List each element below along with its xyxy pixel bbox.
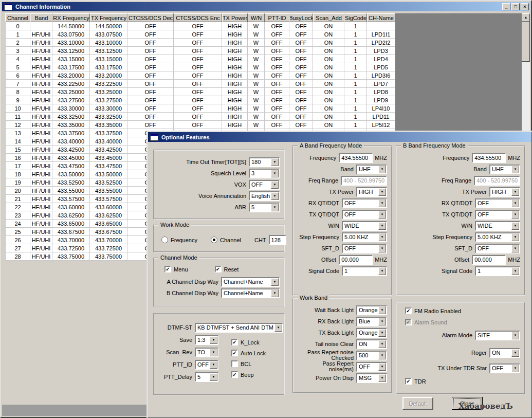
table-cell[interactable]: 433.72500: [52, 244, 90, 252]
chevron-down-icon[interactable]: ▼: [378, 340, 386, 348]
table-cell[interactable]: 433.07500: [52, 30, 90, 39]
table-cell[interactable]: HF/UHI: [30, 236, 52, 244]
table-cell[interactable]: OFF: [127, 113, 174, 121]
table-cell[interactable]: ON: [313, 55, 344, 63]
dropdown-alarm-mode[interactable]: SITE▼: [475, 331, 520, 340]
table-cell[interactable]: HF/UHI: [30, 178, 52, 187]
table-cell[interactable]: 433.62500: [90, 211, 127, 220]
table-cell[interactable]: HF/UHI: [30, 170, 52, 178]
table-row[interactable]: 8HF/UHI433.25000433.25000OFFOFFHIGHWOFFO…: [5, 88, 395, 96]
table-row[interactable]: 2HF/UHI433.10000433.10000OFFOFFHIGHWOFFO…: [5, 39, 395, 47]
table-cell[interactable]: LPD3: [367, 47, 395, 55]
table-cell[interactable]: W: [248, 96, 265, 104]
table-cell[interactable]: 25: [5, 228, 30, 236]
table-cell[interactable]: OFF: [289, 104, 313, 113]
input-offset[interactable]: 00.000: [472, 255, 506, 265]
chevron-down-icon[interactable]: ▼: [271, 181, 279, 189]
window-titlebar[interactable]: Channel Information _ □ ×: [2, 2, 530, 11]
chevron-down-icon[interactable]: ▼: [511, 245, 519, 252]
table-cell[interactable]: OFF: [265, 88, 289, 96]
table-cell[interactable]: 433.10000: [52, 39, 90, 47]
table-cell[interactable]: HIGH: [222, 55, 248, 63]
table-cell[interactable]: 433.15000: [90, 55, 127, 63]
input-offset[interactable]: 00.000: [339, 255, 373, 265]
table-cell[interactable]: 433.32500: [52, 113, 90, 121]
table-cell[interactable]: ON: [313, 22, 344, 30]
table-cell[interactable]: 433.47500: [52, 162, 90, 170]
chevron-down-icon[interactable]: ▼: [378, 211, 386, 219]
table-cell[interactable]: 433.12500: [90, 47, 127, 55]
table-cell[interactable]: OFF: [174, 47, 222, 55]
table-row[interactable]: 1HF/UHI433.07500433.07500OFFOFFHIGHWOFFO…: [5, 30, 395, 39]
checkbox-tdr[interactable]: ✓TDR: [405, 378, 524, 385]
chevron-down-icon[interactable]: ▼: [511, 267, 519, 275]
table-cell[interactable]: OFF: [265, 104, 289, 113]
table-cell[interactable]: W: [248, 63, 265, 71]
chevron-down-icon[interactable]: ▼: [511, 222, 519, 230]
table-cell[interactable]: ON: [313, 63, 344, 71]
table-cell[interactable]: [30, 22, 52, 30]
table-cell[interactable]: OFF: [265, 63, 289, 71]
table-cell[interactable]: HIGH: [222, 104, 248, 113]
table-cell[interactable]: W: [248, 39, 265, 47]
table-cell[interactable]: 19: [5, 178, 30, 187]
table-cell[interactable]: 433.65000: [90, 220, 127, 228]
table-cell[interactable]: HIGH: [222, 88, 248, 96]
table-cell[interactable]: OFF: [127, 80, 174, 88]
table-cell[interactable]: 1: [344, 71, 367, 80]
table-cell[interactable]: 23: [5, 211, 30, 220]
table-cell[interactable]: LPD4: [367, 55, 395, 63]
dropdown-pass-repert-noise-checked[interactable]: 500▼: [356, 351, 387, 360]
table-cell[interactable]: HF/UHI: [30, 47, 52, 55]
dropdown-a-channel-disp-way[interactable]: Channel+Name▼: [221, 277, 280, 287]
table-cell[interactable]: 433.60000: [90, 203, 127, 211]
table-cell[interactable]: OFF: [289, 88, 313, 96]
dropdown-dtmf-st[interactable]: KB DTMFST + Send ANI DTM▼: [195, 323, 283, 333]
chevron-down-icon[interactable]: ▼: [511, 233, 519, 241]
dropdown-abr[interactable]: 5▼: [249, 203, 280, 212]
table-cell[interactable]: 433.20000: [52, 71, 90, 80]
table-cell[interactable]: OFF: [289, 121, 313, 129]
table-cell[interactable]: 433.17500: [52, 63, 90, 71]
input-frequency[interactable]: 434.55500: [339, 153, 373, 163]
table-cell[interactable]: HIGH: [222, 80, 248, 88]
table-cell[interactable]: OFF: [174, 22, 222, 30]
table-row[interactable]: 9HF/UHI433.27500433.27500OFFOFFHIGHWOFFO…: [5, 96, 395, 104]
table-cell[interactable]: OFF: [174, 63, 222, 71]
dropdown-tx-power[interactable]: HIGH▼: [489, 187, 520, 197]
table-cell[interactable]: 433.57500: [90, 195, 127, 203]
table-cell[interactable]: HF/UHI: [30, 104, 52, 113]
table-cell[interactable]: 18: [5, 170, 30, 178]
table-cell[interactable]: 433.12500: [52, 47, 90, 55]
table-cell[interactable]: 433.42500: [52, 146, 90, 154]
table-cell[interactable]: 7: [5, 80, 30, 88]
table-cell[interactable]: HF/UHI: [30, 71, 52, 80]
table-cell[interactable]: W: [248, 55, 265, 63]
radio-channel[interactable]: Channel: [211, 237, 241, 243]
table-cell[interactable]: HF/UHI: [30, 137, 52, 146]
table-row[interactable]: 6HF/UHI433.20000433.20000OFFOFFHIGHWOFFO…: [5, 71, 395, 80]
checkbox-beep[interactable]: ✓Beep: [231, 371, 266, 378]
table-cell[interactable]: OFF: [289, 55, 313, 63]
radio-icon[interactable]: [161, 237, 168, 243]
table-cell[interactable]: HIGH: [222, 71, 248, 80]
table-cell[interactable]: 433.37500: [52, 129, 90, 137]
dropdown-roger[interactable]: ON▼: [489, 348, 520, 358]
table-cell[interactable]: HIGH: [222, 121, 248, 129]
table-cell[interactable]: OFF: [127, 71, 174, 80]
table-cell[interactable]: 433.20000: [90, 71, 127, 80]
table-cell[interactable]: 433.75000: [90, 252, 127, 261]
table-cell[interactable]: 1: [5, 30, 30, 39]
table-cell[interactable]: 1: [344, 88, 367, 96]
table-cell[interactable]: HF/UHI: [30, 39, 52, 47]
table-cell[interactable]: 10: [5, 104, 30, 113]
input-cht[interactable]: 128: [269, 235, 286, 245]
table-cell[interactable]: W: [248, 80, 265, 88]
table-cell[interactable]: 433.30000: [90, 104, 127, 113]
table-cell[interactable]: HF/UHI: [30, 96, 52, 104]
chevron-down-icon[interactable]: ▼: [378, 318, 386, 325]
dropdown-pass-repert-noise-ms[interactable]: OFF▼: [356, 362, 387, 372]
input-frequency[interactable]: 434.55500: [472, 153, 506, 163]
chevron-down-icon[interactable]: ▼: [271, 170, 279, 177]
table-cell[interactable]: 433.55000: [52, 187, 90, 195]
